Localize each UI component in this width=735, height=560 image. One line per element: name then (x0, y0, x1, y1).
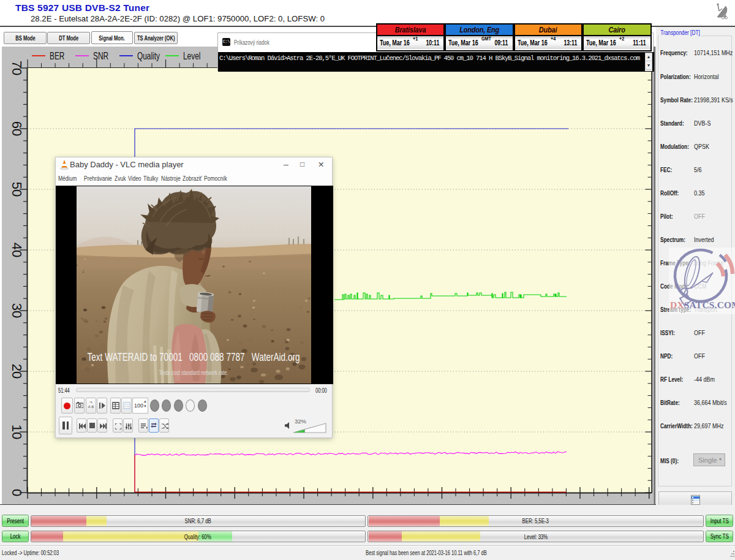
svg-text:Texts cost standard network ra: Texts cost standard network rate. (159, 369, 228, 376)
svg-text:Text WATERAID to 70001 0800: Text WATERAID to 70001 0800 088 7787 Wat… (87, 351, 300, 363)
